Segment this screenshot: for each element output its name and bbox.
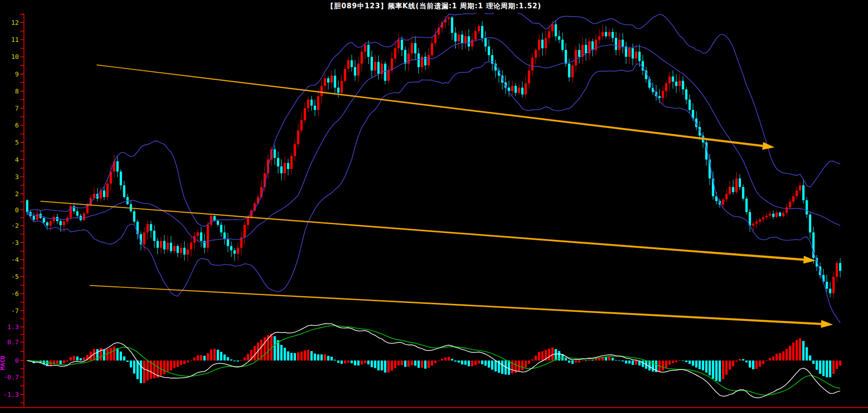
macd-histogram-bar [153, 361, 156, 378]
macd-histogram-bar [541, 351, 544, 361]
candle-body [327, 78, 330, 82]
candle-body [618, 40, 620, 50]
axis-label: 0 [15, 206, 19, 214]
macd-histogram-bar [581, 361, 584, 361]
macd-histogram-bar [836, 361, 838, 369]
candle-body [515, 86, 517, 93]
macd-histogram-bar [264, 337, 266, 361]
candle-body [146, 224, 149, 233]
macd-histogram-bar [414, 361, 417, 366]
candle-body [103, 191, 105, 197]
candle-body [83, 213, 85, 220]
macd-histogram-bar [240, 360, 243, 361]
candle-body [541, 40, 544, 48]
candle-body [180, 248, 182, 253]
chart-canvas[interactable]: 121110987654320-2-3-4-5-6-71.30.70-0.7-1… [0, 0, 868, 413]
candle-body [220, 225, 222, 233]
candle-body [735, 179, 738, 192]
macd-histogram-bar [525, 361, 527, 367]
candle-body [434, 35, 436, 43]
macd-histogram-bar [494, 361, 497, 372]
macd-histogram-bar [712, 361, 714, 379]
macd-histogram-bar [247, 354, 249, 361]
macd-histogram-bar [140, 361, 142, 383]
candle-body [280, 166, 283, 173]
macd-histogram-bar [665, 361, 667, 368]
macd-histogram-bar [401, 361, 403, 365]
candle-body [190, 243, 192, 250]
candle-body [662, 91, 664, 98]
candle-body [297, 130, 299, 144]
candle-body [374, 62, 376, 71]
macd-histogram-bar [307, 349, 309, 361]
macd-histogram-bar [799, 338, 801, 361]
candle-body [833, 277, 835, 293]
macd-histogram-bar [404, 361, 406, 367]
macd-histogram-bar [314, 354, 316, 361]
macd-histogram-bar [56, 361, 58, 363]
candle-body [742, 187, 744, 198]
macd-histogram-bar [448, 357, 450, 361]
macd-histogram-bar [394, 361, 396, 368]
macd-histogram-bar [370, 361, 373, 367]
candle-body [659, 96, 661, 98]
macd-histogram-bar [334, 360, 336, 361]
macd-histogram-bar [769, 358, 771, 361]
macd-histogram-bar [451, 359, 453, 361]
candle-body [836, 263, 838, 277]
candle-body [665, 83, 667, 91]
macd-histogram-bar [591, 360, 594, 361]
candle-body [344, 69, 346, 81]
macd-histogram-bar [130, 361, 132, 367]
candle-body [605, 32, 607, 36]
macd-histogram-bar [388, 361, 390, 372]
macd-histogram-bar [110, 348, 112, 361]
axis-label: -2 [11, 222, 19, 229]
macd-histogram-bar [438, 361, 440, 361]
candle-body [233, 250, 236, 254]
candle-body [26, 200, 29, 212]
candle-body [414, 43, 417, 53]
candle-body [796, 191, 798, 197]
macd-histogram-bar [320, 355, 323, 361]
candle-body [829, 289, 831, 293]
macd-histogram-bar [59, 361, 62, 364]
candle-body [93, 194, 95, 198]
macd-histogram-bar [618, 361, 620, 361]
candle-body [357, 64, 359, 76]
candle-body [551, 24, 554, 31]
macd-histogram-bar [374, 361, 376, 368]
candle-body [207, 225, 209, 248]
macd-histogram-bar [672, 361, 674, 363]
macd-histogram-bar [127, 361, 129, 362]
macd-histogram-bar [223, 355, 226, 361]
macd-histogram-bar [682, 361, 684, 361]
candle-body [755, 221, 758, 223]
macd-histogram-bar [839, 361, 841, 366]
candle-body [565, 50, 567, 64]
macd-histogram-bar [273, 336, 276, 361]
macd-histogram-bar [822, 361, 825, 376]
axis-label: 0.7 [7, 338, 19, 346]
macd-histogram-bar [294, 353, 296, 361]
candle-body [779, 213, 781, 216]
macd-histogram-bar [287, 351, 289, 361]
candle-body [417, 53, 420, 67]
candle-body [370, 57, 373, 70]
macd-histogram-bar [628, 361, 631, 364]
candle-body [53, 217, 55, 221]
macd-histogram-bar [511, 361, 514, 373]
macd-dif-line [27, 324, 840, 398]
macd-histogram-bar [491, 361, 493, 370]
candle-body [729, 187, 731, 194]
candle-body [431, 43, 433, 55]
candle-body [243, 225, 246, 238]
axis-label: 12 [11, 19, 19, 26]
candle-body [578, 50, 580, 57]
candle-body [762, 217, 764, 219]
macd-histogram-bar [805, 347, 808, 361]
candle-body [451, 17, 453, 33]
macd-histogram-bar [662, 361, 664, 370]
candle-body [197, 233, 199, 236]
macd-histogram-bar [123, 356, 125, 361]
